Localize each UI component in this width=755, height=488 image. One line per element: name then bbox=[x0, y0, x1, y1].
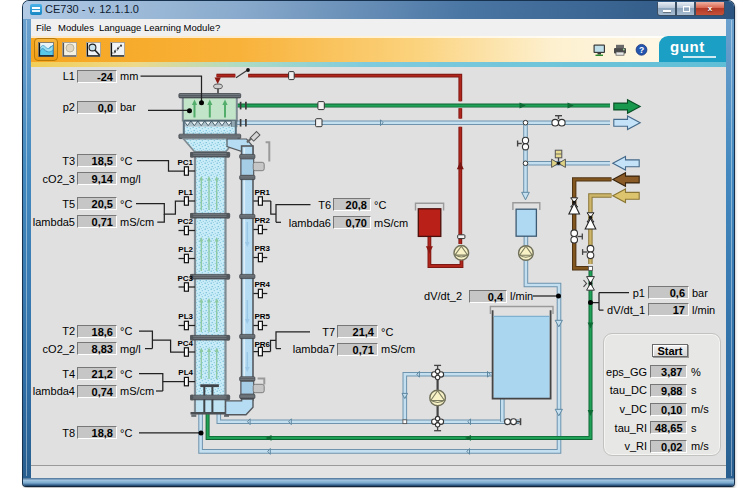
svg-text:?: ? bbox=[639, 45, 644, 55]
